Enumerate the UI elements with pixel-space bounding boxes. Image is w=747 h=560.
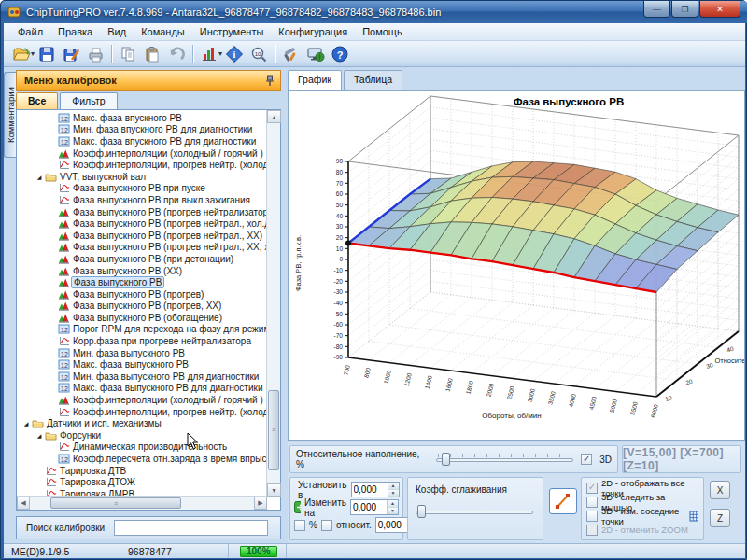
pin-icon[interactable]: [265, 75, 275, 87]
tree-item[interactable]: Динамическая производительность: [17, 441, 267, 454]
tree-horizontal-scrollbar[interactable]: ◀ ≡ ▶: [17, 496, 267, 510]
svg-text:-60: -60: [334, 321, 344, 328]
tree-item[interactable]: Коэфф.интерполяции (холодный / горячий ): [17, 147, 267, 160]
expand-arrow-icon[interactable]: ◢: [21, 420, 32, 427]
tree-item[interactable]: 12Мин. фаза выпускного РВ: [17, 347, 267, 359]
tree-item[interactable]: Фаза выпускного РВ (прогрев нейтрал., ХХ…: [17, 242, 267, 254]
maximize-button[interactable]: ❐: [671, 1, 698, 18]
calibration-tree[interactable]: 12Макс. фаза впускного РВ12Мин. фаза впу…: [17, 110, 267, 497]
checkbox-2d-all-points[interactable]: [586, 483, 598, 494]
menu-commands[interactable]: Команды: [134, 24, 191, 39]
tree-item[interactable]: Тарировка ДТОЖ: [17, 476, 267, 488]
status-ecu: ME(D)9.1/9.5: [4, 544, 120, 558]
change-by-spinner[interactable]: ▲▼: [350, 499, 399, 515]
tab-graph[interactable]: График: [288, 70, 342, 90]
tree-item[interactable]: Фаза выпускного РВ (ХХ): [17, 265, 267, 277]
tree-item[interactable]: 12Макс. фаза выпускного РВ для диагности…: [17, 383, 267, 395]
tree-item[interactable]: Фаза выпускного РВ (прогрев нейтрализато…: [17, 206, 267, 218]
table-icon: 12: [58, 113, 71, 123]
comments-side-tab[interactable]: Комментарии: [4, 72, 16, 158]
checkbox-percent[interactable]: [294, 520, 305, 531]
z-axis-button[interactable]: Z: [710, 509, 730, 527]
scroll-down-icon[interactable]: ▼: [267, 483, 281, 497]
tree-item[interactable]: 12Макс. фаза впускного РВ: [17, 112, 267, 124]
expand-arrow-icon[interactable]: ◢: [34, 432, 45, 439]
tree-item[interactable]: Фаза выпускного РВ: [17, 276, 267, 288]
tree-item[interactable]: Фаза выпускного РВ (прогрев нейтрал., хо…: [17, 217, 267, 230]
tree-item[interactable]: 12Мин. фаза выпускного РВ для диагностик…: [17, 371, 267, 383]
percent-label: %: [309, 520, 317, 530]
print-icon[interactable]: [83, 43, 107, 65]
calibration-search-input[interactable]: [114, 520, 268, 536]
tree-item[interactable]: Коэфф.интерполяции, прогрев нейтр. (холо…: [17, 159, 267, 171]
checkbox-3d-adjacent-points[interactable]: [586, 511, 598, 522]
smoothing-slider[interactable]: [416, 504, 533, 519]
scroll-right-icon[interactable]: ▶: [254, 497, 267, 510]
tree-vertical-scrollbar[interactable]: ▲ ≡ ▼: [266, 110, 280, 497]
svg-text:-40: -40: [334, 300, 344, 306]
svg-text:i: i: [233, 49, 236, 60]
surface-chart[interactable]: -90-80-70-60-50-40-30-20-100102030405060…: [289, 91, 744, 440]
paste-icon[interactable]: [140, 43, 164, 65]
checkbox-3d-follow-mouse[interactable]: [586, 497, 598, 508]
tree-item[interactable]: Фаза выпускного РВ (прогрев): [17, 288, 267, 301]
tree-item[interactable]: Фаза выпускного РВ (прогрев нейтрал., ХХ…: [17, 230, 267, 242]
tree-item-label: Датчики и исп. механизмы: [45, 418, 163, 428]
zoom-search-icon[interactable]: 10: [247, 43, 271, 65]
tree-item[interactable]: 12Коэфф.пересчета отн.заряда в время впр…: [17, 453, 267, 465]
menu-view[interactable]: Вид: [101, 24, 133, 39]
tree-item-label: Тарировка ДТВ: [58, 466, 128, 476]
menu-configuration[interactable]: Конфигурация: [272, 24, 354, 39]
title-bar[interactable]: ChipTuningPRO ver.7.4.8.969 - Antara32L_…: [1, 1, 747, 23]
scroll-up-icon[interactable]: ▲: [267, 110, 281, 123]
close-button[interactable]: ✕: [699, 1, 740, 18]
undo-icon[interactable]: [164, 43, 189, 65]
expand-arrow-icon[interactable]: ◢: [34, 174, 45, 180]
calibration-panel-header: Меню калибровок: [16, 70, 281, 91]
tree-item[interactable]: Фаза выпускного РВ (прогрев, ХХ): [17, 301, 267, 313]
tree-folder[interactable]: ◢Форсунки: [17, 429, 267, 441]
curve-icon: [58, 183, 71, 193]
tree-folder[interactable]: ◢VVT, выпускной вал: [17, 171, 267, 183]
tree-item[interactable]: Коэфф.интерполяции (холодный / горячий ): [17, 394, 267, 406]
checkbox-2d-cancel-zoom[interactable]: [586, 525, 598, 536]
tree-item[interactable]: Корр.фаза при прогреве нейтрализатора: [17, 335, 267, 347]
copy-icon[interactable]: [116, 43, 140, 65]
menu-file[interactable]: Файл: [11, 24, 49, 39]
tree-item[interactable]: 12Макс. фаза впускного РВ для диагностик…: [17, 135, 267, 147]
tree-item[interactable]: 12Макс. фаза выпускного РВ: [17, 358, 267, 371]
save-icon[interactable]: [35, 43, 59, 65]
load-slider[interactable]: [436, 452, 574, 467]
menu-edit[interactable]: Правка: [51, 24, 99, 39]
set-to-spinner[interactable]: ▲▼: [351, 482, 400, 497]
tree-item-label: Фаза выпускного РВ (прогрев нейтрал., ХХ…: [71, 231, 264, 241]
checkbox-relative[interactable]: [321, 520, 332, 531]
tools-icon[interactable]: [279, 43, 303, 65]
help-icon[interactable]: ?: [328, 43, 352, 65]
window-title: ChipTuningPRO ver.7.4.8.969 - Antara32L_…: [26, 7, 441, 18]
edit-line-button[interactable]: [549, 488, 577, 514]
tree-item[interactable]: Фаза выпускного РВ (при детонации): [17, 253, 267, 265]
tree-item[interactable]: Фаза выпускного РВ при выкл.зажигания: [17, 194, 267, 206]
tree-item[interactable]: Фаза выпускного РВ (обогащение): [17, 312, 267, 324]
tree-item[interactable]: Коэфф.интерполяции, прогрев нейтр. (холо…: [17, 406, 267, 418]
scroll-left-icon[interactable]: ◀: [17, 497, 30, 510]
tree-item[interactable]: Фаза выпускного РВ при пуске: [17, 183, 267, 195]
tree-item[interactable]: Тарировка ДТВ: [17, 465, 267, 477]
checkbox-3d[interactable]: [581, 454, 592, 465]
table-icon: 12: [58, 359, 71, 370]
tree-item[interactable]: 12Порог RPM для перехода на фазу для реж…: [17, 324, 267, 336]
menu-help[interactable]: Помощь: [356, 24, 409, 39]
info-diamond-icon[interactable]: i: [222, 43, 247, 65]
network-pc-icon[interactable]: [303, 43, 328, 65]
tree-item[interactable]: 12Мин. фаза впускного РВ для диагностики: [17, 124, 267, 136]
minimize-button[interactable]: —: [643, 1, 670, 18]
tree-folder[interactable]: ◢Датчики и исп. механизмы: [17, 417, 267, 429]
tab-all[interactable]: Все: [16, 92, 58, 109]
svg-text:800: 800: [362, 367, 372, 379]
tab-table[interactable]: Таблица: [344, 70, 402, 90]
tab-filter[interactable]: Фильтр: [60, 92, 117, 109]
x-axis-button[interactable]: X: [710, 481, 730, 499]
menu-instruments[interactable]: Инструменты: [193, 24, 271, 39]
save-as-icon[interactable]: [59, 43, 83, 65]
